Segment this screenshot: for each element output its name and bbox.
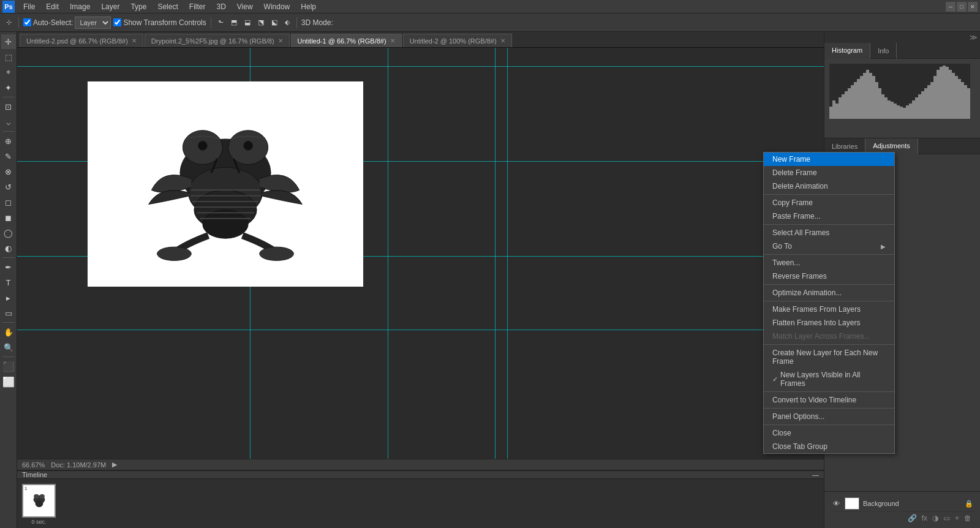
ctx-sep-8	[764, 408, 894, 409]
menu-select[interactable]: Select	[153, 1, 183, 12]
gradient-tool[interactable]: ◼	[1, 210, 16, 225]
svg-rect-40	[888, 100, 891, 119]
menu-file[interactable]: File	[18, 1, 40, 12]
svg-rect-36	[875, 82, 878, 119]
ctx-sep-4	[764, 284, 894, 285]
menu-3d[interactable]: 3D	[211, 1, 230, 12]
menu-image[interactable]: Image	[65, 1, 95, 12]
tab-drypoint-close[interactable]: ✕	[278, 37, 283, 44]
tab-drypoint-label: Drypoint.2_5%2F5.jpg @ 16.7% (RGB/8)	[151, 37, 274, 45]
timeline-collapse-icon[interactable]: —	[812, 471, 819, 478]
tab-untitled2-psd[interactable]: Untitled-2.psd @ 66.7% (RGB/8#) ✕	[20, 34, 143, 47]
panel-expand-icon[interactable]: ≫	[970, 33, 978, 42]
blur-tool[interactable]: ◯	[1, 225, 16, 240]
menu-type[interactable]: Type	[126, 1, 151, 12]
menu-filter[interactable]: Filter	[184, 1, 211, 12]
ctx-panel-options[interactable]: Panel Options...	[764, 410, 894, 423]
menu-edit[interactable]: Edit	[41, 1, 64, 12]
zoom-level: 66.67%	[22, 461, 45, 469]
history-brush-tool[interactable]: ↺	[1, 179, 16, 194]
ctx-create-new-layer[interactable]: Create New Layer for Each New Frame	[764, 346, 894, 368]
svg-rect-29	[854, 82, 857, 119]
magic-wand-tool[interactable]: ✦	[1, 80, 16, 95]
eraser-tool[interactable]: ◻	[1, 195, 16, 209]
background-color[interactable]: ⬜	[1, 374, 16, 389]
clone-stamp-tool[interactable]: ⊗	[1, 164, 16, 179]
move-tool-icon[interactable]: ⊹	[4, 17, 14, 28]
align-center-icon[interactable]: ⬒	[228, 17, 239, 28]
maximize-button[interactable]: □	[957, 2, 967, 12]
group-layers-icon[interactable]: ▭	[943, 514, 950, 522]
ctx-reverse-frames[interactable]: Reverse Frames	[764, 270, 894, 283]
timeline-title: Timeline	[22, 471, 47, 478]
shape-tool[interactable]: ▭	[1, 306, 16, 320]
tab-untitled1-close[interactable]: ✕	[390, 37, 395, 44]
canvas-area[interactable]	[17, 48, 824, 459]
path-selection-tool[interactable]: ▸	[1, 290, 16, 305]
tab-untitled2[interactable]: Untitled-2 @ 100% (RGB/8#) ✕	[403, 34, 512, 47]
adjustment-layer-icon[interactable]: ◑	[932, 514, 938, 522]
doc-info-arrow[interactable]: ▶	[112, 461, 117, 469]
ctx-new-frame[interactable]: New Frame	[764, 153, 894, 166]
zoom-tool[interactable]: 🔍	[1, 340, 16, 355]
align-left-icon[interactable]: ⬑	[216, 17, 226, 28]
hand-tool[interactable]: ✋	[1, 325, 16, 339]
ctx-delete-animation[interactable]: Delete Animation	[764, 179, 894, 193]
ctx-flatten-frames-into-layers[interactable]: Flatten Frames Into Layers	[764, 316, 894, 330]
link-layers-icon[interactable]: 🔗	[908, 514, 917, 522]
ctx-copy-frame[interactable]: Copy Frame	[764, 196, 894, 209]
ctx-delete-frame[interactable]: Delete Frame	[764, 166, 894, 179]
align-right-icon[interactable]: ⬓	[242, 17, 253, 28]
svg-point-13	[260, 247, 294, 260]
ctx-tween[interactable]: Tween...	[764, 256, 894, 270]
ctx-select-all-frames[interactable]: Select All Frames	[764, 226, 894, 239]
align-middle-icon[interactable]: ⬕	[269, 17, 280, 28]
frame-1-thumb[interactable]: 1	[22, 484, 56, 518]
fx-icon[interactable]: fx	[922, 514, 927, 522]
new-layer-icon[interactable]: +	[955, 514, 959, 522]
minimize-button[interactable]: ─	[946, 2, 956, 12]
ctx-go-to[interactable]: Go To ▶	[764, 239, 894, 253]
tools-panel: ✛ ⬚ ⌖ ✦ ⊡ ⌵ ⊕ ✎ ⊗ ↺ ◻ ◼ ◯ ◐ ✒ T ▸ ▭ ✋ 🔍 …	[0, 32, 17, 528]
type-tool[interactable]: T	[1, 275, 16, 290]
tabs-bar: Untitled-2.psd @ 66.7% (RGB/8#) ✕ Drypoi…	[17, 32, 824, 48]
auto-select-checkbox[interactable]	[23, 18, 31, 26]
move-tool[interactable]: ✛	[1, 34, 16, 49]
align-bottom-icon[interactable]: ⬖	[282, 17, 292, 28]
ctx-close-tab-group[interactable]: Close Tab Group	[764, 440, 894, 453]
tab-untitled2-label: Untitled-2 @ 100% (RGB/8#)	[410, 37, 497, 45]
tab-untitled2-close[interactable]: ✕	[500, 37, 505, 44]
show-transform-checkbox[interactable]	[113, 18, 121, 26]
tab-histogram[interactable]: Histogram	[824, 43, 870, 59]
menu-layer[interactable]: Layer	[96, 1, 124, 12]
tab-drypoint[interactable]: Drypoint.2_5%2F5.jpg @ 16.7% (RGB/8) ✕	[145, 34, 290, 47]
ctx-make-frames-from-layers[interactable]: Make Frames From Layers	[764, 303, 894, 316]
spot-heal-tool[interactable]: ⊕	[1, 134, 16, 148]
foreground-color[interactable]: ⬛	[1, 359, 16, 374]
auto-select-dropdown[interactable]: Layer Group	[75, 17, 111, 29]
dodge-tool[interactable]: ◐	[1, 241, 16, 255]
ctx-close[interactable]: Close	[764, 426, 894, 440]
delete-layer-icon[interactable]: 🗑	[964, 514, 971, 522]
tab-untitled1[interactable]: Untitled-1 @ 66.7% (RGB/8#) ✕	[291, 34, 402, 47]
ctx-paste-frame[interactable]: Paste Frame...	[764, 209, 894, 223]
ctx-optimize-animation[interactable]: Optimize Animation...	[764, 286, 894, 300]
pen-tool[interactable]: ✒	[1, 260, 16, 274]
menu-window[interactable]: Window	[259, 1, 295, 12]
svg-rect-24	[839, 97, 842, 119]
ctx-new-layers-visible[interactable]: ✓ New Layers Visible in All Frames	[764, 368, 894, 390]
ctx-convert-to-video[interactable]: Convert to Video Timeline	[764, 393, 894, 407]
eyedropper-tool[interactable]: ⌵	[1, 115, 16, 129]
crop-tool[interactable]: ⊡	[1, 99, 16, 114]
tab-untitled2-psd-close[interactable]: ✕	[132, 37, 137, 44]
lasso-tool[interactable]: ⌖	[1, 65, 16, 80]
ctx-sep-1	[764, 194, 894, 195]
brush-tool[interactable]: ✎	[1, 149, 16, 164]
menu-view[interactable]: View	[232, 1, 258, 12]
close-button[interactable]: ✕	[968, 2, 978, 12]
layer-visibility-icon[interactable]: 👁	[831, 499, 841, 508]
menu-help[interactable]: Help	[296, 1, 321, 12]
align-top-icon[interactable]: ⬔	[255, 17, 266, 28]
marquee-tool[interactable]: ⬚	[1, 50, 16, 64]
tab-info[interactable]: Info	[870, 43, 897, 59]
